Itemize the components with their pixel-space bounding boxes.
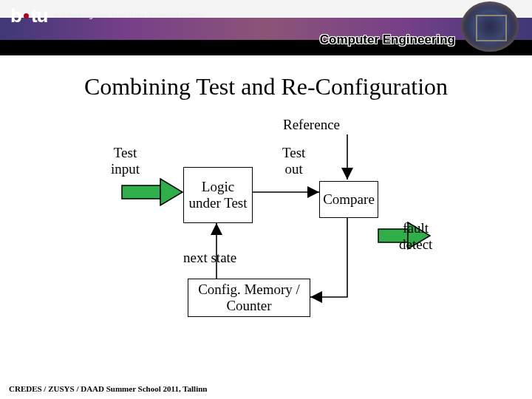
- logo-subtext: Brandenburgische Technische Universität …: [53, 13, 204, 19]
- logo-tu: tu: [31, 4, 48, 27]
- label-test-out: Test out: [282, 145, 305, 177]
- slide-header: b tu Brandenburgische Technische Univers…: [0, 0, 532, 55]
- box-config-memory: Config. Memory / Counter: [188, 279, 310, 317]
- university-logo: b tu Brandenburgische Technische Univers…: [10, 4, 205, 27]
- logo-b: b: [10, 4, 21, 27]
- box-compare: Compare: [319, 181, 378, 218]
- header-title: Computer Engineering: [320, 33, 455, 47]
- box-config-memory-text: Config. Memory / Counter: [188, 282, 310, 314]
- box-lut-text: Logic under Test: [184, 179, 252, 211]
- logo-mark: b tu: [10, 4, 47, 27]
- slide-footer: CREDES / ZUSYS / DAAD Summer School 2011…: [9, 384, 207, 393]
- box-logic-under-test: Logic under Test: [183, 167, 253, 223]
- chip-emblem-icon: [461, 1, 519, 52]
- arrow-test-input: [122, 179, 183, 205]
- svg-rect-0: [122, 185, 160, 199]
- label-reference: Reference: [283, 117, 340, 133]
- slide-title: Combining Test and Re-Configuration: [15, 73, 517, 100]
- label-fault-detect: fault detect: [399, 220, 432, 253]
- label-next-state: next state: [183, 250, 236, 266]
- diagram-arrows: [0, 105, 532, 371]
- diagram-canvas: Reference Test input Test out fault dete…: [0, 105, 532, 371]
- label-test-input: Test input: [111, 145, 140, 177]
- logo-dot-icon: [24, 13, 29, 18]
- box-compare-text: Compare: [323, 191, 375, 208]
